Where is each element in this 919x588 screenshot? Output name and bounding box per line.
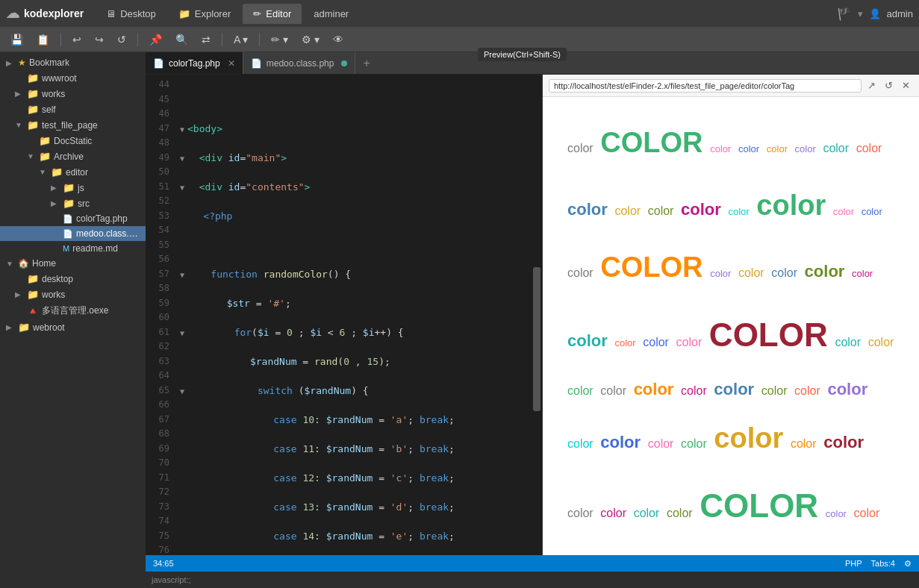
sidebar-item-home-label: Home (32, 258, 140, 269)
editor-tab-colortag[interactable]: 📄 colorTag.php ✕ (146, 52, 243, 74)
app-logo: ☁ kodexplorer (6, 5, 84, 22)
editor-scrollbar[interactable] (532, 75, 542, 555)
color-word: color (767, 143, 788, 154)
nav-tab-editor[interactable]: ✏ Editor (243, 4, 302, 24)
color-word: color (835, 336, 861, 348)
font-button[interactable]: A ▾ (229, 31, 252, 48)
pin-button[interactable]: 📌 (145, 31, 166, 48)
sidebar-item-wwwroot[interactable]: 📁 wwwroot (0, 70, 146, 86)
flag-icon[interactable]: 🏴 (837, 7, 852, 21)
close-tab-button[interactable]: ✕ (228, 58, 235, 69)
copy-button[interactable]: 📋 (32, 31, 54, 48)
code-line (180, 93, 532, 107)
nav-tab-desktop-label: Desktop (120, 8, 156, 19)
sidebar-item-works[interactable]: ▶ 📁 works (0, 86, 146, 101)
chevron-icon: ▾ (858, 8, 863, 19)
line-number: 71 (146, 471, 169, 486)
sidebar-item-editor-folder[interactable]: ▼ 📁 editor (0, 164, 146, 180)
username[interactable]: admin (887, 8, 913, 19)
sidebar-item-test-file-page[interactable]: ▼ 📁 test_file_page (0, 117, 146, 133)
nav-tab-desktop[interactable]: 🖥 Desktop (96, 4, 166, 24)
preview-button[interactable]: 👁 (328, 31, 348, 48)
preview-refresh-button[interactable]: ↺ (882, 78, 896, 93)
folder-icon: 📁 (27, 104, 39, 115)
line-number: 57 (146, 267, 169, 282)
sidebar-item-docstatic[interactable]: 📁 DocStatic (0, 133, 146, 148)
color-word: color (795, 143, 816, 154)
nav-tab-adminer[interactable]: adminer (303, 4, 359, 24)
settings-icon[interactable]: ⚙ (904, 559, 912, 569)
oexe-icon: 🔺 (27, 305, 39, 316)
sidebar-item-colortag[interactable]: 📄 colorTag.php (0, 211, 146, 226)
code-line: <?php (180, 209, 532, 224)
nav-tab-explorer[interactable]: 📁 Explorer (168, 4, 241, 24)
color-word: COLOR (709, 316, 828, 353)
editor-tab-medoo[interactable]: 📄 medoo.class.php (243, 52, 356, 74)
color-word: color (634, 507, 660, 519)
line-number: 53 (146, 209, 169, 224)
line-number: 76 (146, 543, 169, 555)
sidebar-item-colortag-label: colorTag.php (76, 213, 140, 224)
preview-content: color COLOR color color color color colo… (543, 97, 919, 555)
preview-close-button[interactable]: ✕ (899, 78, 913, 93)
color-word: color (856, 142, 882, 154)
color-word: color (833, 206, 854, 217)
settings-dropdown-button[interactable]: ⚙ ▾ (297, 31, 324, 48)
sidebar-item-webroot-label: webroot (33, 322, 140, 333)
code-line: ▼ <div id="contents"> (180, 180, 532, 195)
search-button[interactable]: 🔍 (171, 31, 193, 48)
sidebar-item-archive[interactable]: ▼ 📁 Archive (0, 148, 146, 164)
sidebar-item-webroot[interactable]: ▶ 📁 webroot (0, 319, 146, 335)
sidebar-item-docstatic-label: DocStatic (54, 136, 140, 146)
line-number: 56 (146, 252, 169, 267)
sidebar-item-works2[interactable]: ▶ 📁 works (0, 287, 146, 302)
sidebar-item-self[interactable]: 📁 self (0, 101, 146, 117)
line-number: 54 (146, 223, 169, 238)
sidebar-item-multilang[interactable]: 🔺 多语言管理.oexe (0, 302, 146, 319)
swap-button[interactable]: ⇄ (197, 31, 215, 48)
color-word: color (710, 268, 731, 279)
topbar: ☁ kodexplorer 🖥 Desktop 📁 Explorer ✏ Edi… (0, 0, 919, 27)
save-button[interactable]: 💾 (6, 31, 28, 48)
sidebar-item-desktop[interactable]: 📁 desktop (0, 271, 146, 287)
color-word: color (823, 433, 864, 451)
code-line: $str = '#'; (180, 296, 532, 311)
line-number: 68 (146, 427, 169, 442)
sidebar-item-self-label: self (42, 104, 140, 115)
line-number: 64 (146, 369, 169, 384)
arrow-icon: ▶ (15, 90, 24, 98)
edit-button[interactable]: ✏ ▾ (267, 31, 293, 48)
line-number: 65 (146, 384, 169, 398)
preview-url-bar[interactable]: http://localhost/test/elFinder-2.x/files… (549, 79, 862, 93)
folder-icon: 📁 (27, 119, 39, 131)
refresh-button[interactable]: ↺ (113, 31, 131, 48)
sidebar-item-js[interactable]: ▶ 📁 js (0, 180, 146, 196)
add-tab-button[interactable]: + (355, 52, 377, 75)
sidebar-item-bookmark[interactable]: ▶ ★ Bookmark (0, 55, 146, 70)
folder-icon: 📁 (63, 182, 75, 193)
line-number: 49 (146, 151, 169, 166)
sidebar-item-works-label: works (42, 89, 140, 99)
color-word: color (681, 384, 707, 397)
redo-button[interactable]: ↪ (90, 31, 108, 48)
sidebar-item-src[interactable]: ▶ 📁 src (0, 196, 146, 211)
language-indicator: PHP (845, 559, 862, 568)
sidebar-item-medoo[interactable]: 📄 medoo.class.php (0, 226, 146, 241)
preview-open-external-button[interactable]: ↗ (865, 78, 879, 93)
line-number: 46 (146, 107, 169, 122)
editor-scroll-thumb[interactable] (533, 267, 541, 411)
line-number: 75 (146, 529, 169, 544)
color-word: color (868, 336, 894, 348)
sidebar-item-wwwroot-label: wwwroot (42, 73, 140, 84)
undo-button[interactable]: ↩ (68, 31, 86, 48)
code-content[interactable]: ▼<body> ▼ <div id="main"> ▼ <div id="con… (174, 75, 532, 555)
sidebar-item-js-label: js (78, 183, 140, 193)
main-area: ▶ ★ Bookmark 📁 wwwroot ▶ 📁 works 📁 self … (0, 52, 919, 588)
sidebar-item-readme[interactable]: M readme.md (0, 241, 146, 256)
code-editor[interactable]: 44 45 46 47 48 49 50 51 52 53 54 55 56 5… (146, 75, 542, 555)
arrow-icon: ▼ (27, 152, 36, 160)
tab-file-icon: 📄 (153, 58, 164, 69)
sidebar-item-home[interactable]: ▼ 🏠 Home (0, 256, 146, 271)
code-line: case 14: $randNum = 'e'; break; (180, 529, 532, 544)
line-number: 67 (146, 413, 169, 428)
